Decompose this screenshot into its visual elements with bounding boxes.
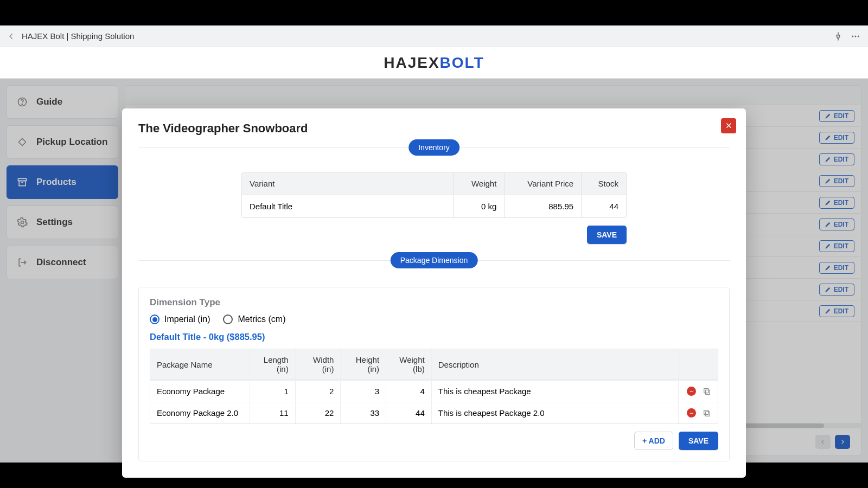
col-price: Variant Price xyxy=(504,172,581,195)
svg-rect-13 xyxy=(704,410,709,414)
inventory-save-button[interactable]: SAVE xyxy=(587,226,627,244)
radio-imperial[interactable]: Imperial (in) xyxy=(150,314,210,324)
radio-label: Imperial (in) xyxy=(164,314,210,324)
cell-stock: 44 xyxy=(581,195,626,217)
modal-overlay: The Videographer Snowboard ✕ Inventory V… xyxy=(0,79,868,463)
col-variant: Variant xyxy=(242,172,453,195)
copy-row-button[interactable] xyxy=(703,387,711,396)
radio-selected-icon xyxy=(150,314,159,324)
cell-desc[interactable]: This is cheapest Package 2.0 xyxy=(431,402,678,423)
minus-icon: − xyxy=(690,388,693,395)
package-save-button[interactable]: SAVE xyxy=(679,432,718,450)
cell-name[interactable]: Economy Package 2.0 xyxy=(150,402,250,423)
inventory-pill: Inventory xyxy=(409,139,459,156)
modal-title: The Videographer Snowboard xyxy=(138,121,730,136)
col-pkg-name: Package Name xyxy=(150,349,250,380)
col-desc: Description xyxy=(431,349,678,380)
delete-row-button[interactable]: − xyxy=(687,387,696,396)
cell-height[interactable]: 33 xyxy=(340,402,386,423)
radio-metric[interactable]: Metrics (cm) xyxy=(223,314,285,324)
more-icon[interactable] xyxy=(843,31,860,41)
cell-width[interactable]: 2 xyxy=(295,380,341,402)
svg-rect-11 xyxy=(704,388,709,393)
window-titlebar: HAJEX Bolt | Shipping Solution xyxy=(0,25,868,47)
svg-rect-10 xyxy=(705,390,710,394)
close-icon: ✕ xyxy=(725,121,732,131)
cell-width[interactable]: 22 xyxy=(295,402,341,423)
cell-length[interactable]: 11 xyxy=(250,402,295,423)
radio-label: Metrics (cm) xyxy=(238,314,285,324)
col-height: Height (in) xyxy=(340,349,386,380)
brand-logo: HAJEXBOLT xyxy=(384,54,484,72)
cell-name[interactable]: Economy Package xyxy=(150,380,250,402)
svg-point-1 xyxy=(855,35,857,37)
col-length: Length (in) xyxy=(250,349,295,380)
col-stock: Stock xyxy=(581,172,626,195)
inventory-table: Variant Weight Variant Price Stock Defau… xyxy=(241,172,627,218)
dimension-card: Dimension Type Imperial (in) Metrics (cm… xyxy=(138,287,730,461)
svg-point-0 xyxy=(852,35,853,37)
cell-weight[interactable]: 0 kg xyxy=(453,195,504,217)
cell-length[interactable]: 1 xyxy=(250,380,295,402)
cell-desc[interactable]: This is cheapest Package xyxy=(431,380,678,402)
package-row: Economy Package 1 2 3 4 This is cheapest… xyxy=(150,380,718,402)
add-package-button[interactable]: + ADD xyxy=(634,432,673,450)
back-icon[interactable] xyxy=(8,33,15,40)
col-weight: Weight xyxy=(453,172,504,195)
package-table: Package Name Length (in) Width (in) Heig… xyxy=(150,349,718,424)
product-modal: The Videographer Snowboard ✕ Inventory V… xyxy=(122,108,746,478)
minus-icon: − xyxy=(690,409,693,417)
svg-point-2 xyxy=(858,35,859,37)
col-weight: Weight (lb) xyxy=(386,349,431,380)
package-row: Economy Package 2.0 11 22 33 44 This is … xyxy=(150,402,718,423)
window-title: HAJEX Bolt | Shipping Solution xyxy=(22,31,134,41)
col-width: Width (in) xyxy=(295,349,341,380)
delete-row-button[interactable]: − xyxy=(687,408,696,418)
copy-row-button[interactable] xyxy=(703,409,711,418)
close-button[interactable]: ✕ xyxy=(721,118,736,133)
dimension-type-label: Dimension Type xyxy=(150,297,718,308)
cell-height[interactable]: 3 xyxy=(340,380,386,402)
pin-icon[interactable] xyxy=(826,31,843,41)
svg-rect-12 xyxy=(705,412,710,416)
cell-weight[interactable]: 4 xyxy=(386,380,431,402)
col-actions xyxy=(678,349,718,380)
package-dimension-pill: Package Dimension xyxy=(391,252,478,268)
radio-unselected-icon xyxy=(223,314,233,324)
cell-price: 885.95 xyxy=(504,195,581,217)
cell-weight[interactable]: 44 xyxy=(386,402,431,423)
brand-header: HAJEXBOLT xyxy=(0,47,868,79)
inventory-row: Default Title 0 kg 885.95 44 xyxy=(242,195,626,217)
variant-summary-link[interactable]: Default Title - 0kg ($885.95) xyxy=(150,332,718,342)
cell-variant: Default Title xyxy=(242,195,453,217)
